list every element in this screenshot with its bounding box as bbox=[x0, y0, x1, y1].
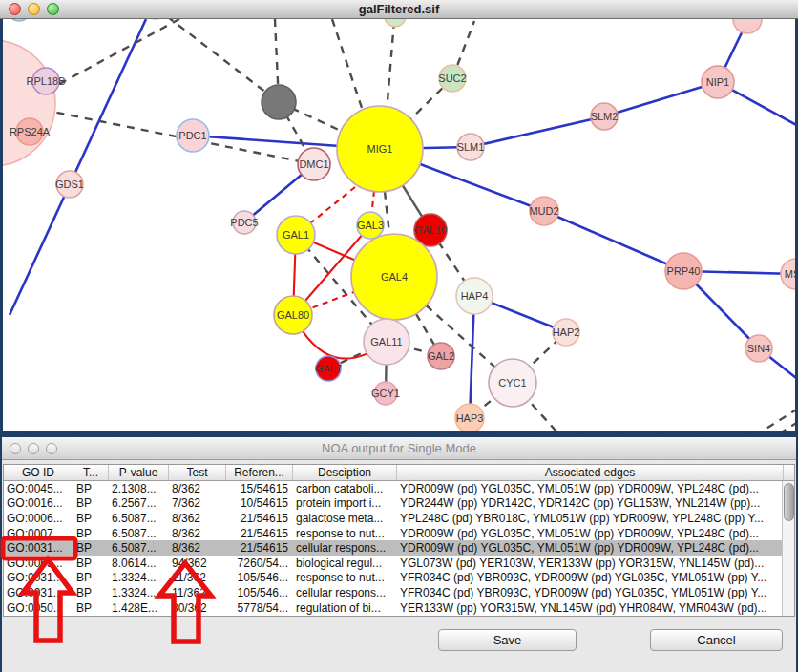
network-window-titlebar[interactable]: galFiltered.sif bbox=[0, 0, 798, 19]
table-cell: BP bbox=[74, 541, 109, 555]
table-cell: 80/362 bbox=[169, 601, 226, 615]
table-cell: 7/362 bbox=[169, 496, 226, 510]
table-cell: carbon cataboli... bbox=[293, 482, 397, 495]
table-row[interactable]: GO:0031...BP1.3324...11/362105/546...res… bbox=[4, 571, 794, 586]
table-cell: 10/54615 bbox=[226, 496, 293, 510]
cancel-button[interactable]: Cancel bbox=[650, 629, 783, 651]
table-cell: GO:0016... bbox=[4, 496, 74, 510]
table-cell: cellular respons... bbox=[293, 541, 397, 555]
node-label-DMC1: DMC1 bbox=[299, 158, 328, 170]
table-cell: 11/362 bbox=[169, 571, 226, 584]
table-cell: biological regul... bbox=[293, 556, 397, 570]
column-header-p-value[interactable]: P-value bbox=[109, 465, 169, 480]
table-cell: response to nut... bbox=[293, 571, 397, 584]
table-cell: 1.3324... bbox=[109, 571, 169, 584]
save-button[interactable]: Save bbox=[438, 629, 577, 651]
table-cell: GO:0031... bbox=[4, 571, 74, 584]
table-cell: 94/362 bbox=[169, 556, 226, 570]
table-row[interactable]: GO:0007...BP6.5087...8/36221/54615respon… bbox=[4, 526, 794, 541]
table-row[interactable]: GO:0006...BP6.5087...8/36221/54615galact… bbox=[4, 511, 794, 526]
column-header-desciption[interactable]: Desciption bbox=[293, 465, 397, 480]
node-label-GCY1: GCY1 bbox=[371, 388, 400, 399]
node-label-SLM2: SLM2 bbox=[591, 111, 619, 122]
table-cell: 21/54615 bbox=[226, 512, 293, 525]
scrollbar-thumb[interactable] bbox=[784, 483, 794, 521]
table-row[interactable]: GO:0065...BP8.0614...94/3627260/54...bio… bbox=[4, 556, 794, 571]
node-label-HAP4: HAP4 bbox=[461, 290, 489, 302]
node-label-PDC1: PDC1 bbox=[178, 130, 206, 141]
node-label-GAL10: GAL10 bbox=[414, 224, 447, 236]
node-label-HAP3: HAP3 bbox=[456, 412, 484, 424]
node-label-MUD2: MUD2 bbox=[529, 205, 558, 217]
vertical-scrollbar[interactable] bbox=[782, 481, 794, 616]
table-row[interactable]: GO:0016...BP6.2567...7/36210/54615protei… bbox=[4, 496, 794, 512]
table-cell: regulation of bi... bbox=[293, 601, 397, 615]
node-label-HAP2: HAP2 bbox=[553, 326, 580, 338]
table-cell: GO:0007... bbox=[4, 527, 74, 540]
table-cell: YPL248C (pd) YBR018C, YML051W (pp) YDR00… bbox=[397, 512, 784, 525]
zoom-button-inactive[interactable] bbox=[46, 443, 57, 454]
graph-node-unnamed-gray[interactable] bbox=[262, 85, 296, 119]
table-cell: BP bbox=[74, 496, 109, 510]
close-button-inactive[interactable] bbox=[10, 443, 21, 454]
minimize-button-inactive[interactable] bbox=[28, 443, 39, 454]
network-background[interactable] bbox=[3, 19, 795, 431]
table-row[interactable]: GO:0050...BP1.428E...80/3625778/54...reg… bbox=[4, 600, 794, 616]
node-label-GAL11: GAL11 bbox=[370, 336, 402, 347]
table-cell: 1.3324... bbox=[109, 586, 169, 599]
table-cell: BP bbox=[74, 586, 109, 599]
table-cell: 15/54615 bbox=[226, 482, 293, 495]
table-cell: 8/362 bbox=[169, 482, 226, 495]
table-cell: GO:0065... bbox=[4, 556, 74, 570]
table-cell: 7260/54... bbox=[226, 556, 293, 570]
table-cell: BP bbox=[74, 482, 109, 495]
node-label-SUC2: SUC2 bbox=[438, 73, 466, 84]
table-row-selected[interactable]: GO:0031...BP6.5087...8/36221/54615cellul… bbox=[4, 540, 794, 556]
table-cell: GO:0050... bbox=[4, 601, 74, 615]
table-cell: GO:0045... bbox=[4, 482, 74, 495]
column-header-test[interactable]: Test bbox=[169, 465, 226, 480]
table-cell: YGL073W (pd) YER103W, YER133W (pp) YOR31… bbox=[397, 556, 784, 570]
column-header-referen-[interactable]: Referen... bbox=[226, 465, 293, 480]
table-cell: 105/546... bbox=[226, 586, 293, 599]
node-label-RPL18B: RPL18B bbox=[27, 75, 66, 87]
node-label-PDC5: PDC5 bbox=[230, 217, 258, 228]
table-header-row: GO IDT...P-valueTestReferen...Desciption… bbox=[4, 465, 794, 481]
network-canvas[interactable]: RPL18BRPS24AGDS1PDC1MIG1DMC1SUC2SLM1SLM2… bbox=[0, 19, 798, 434]
table-cell: 21/54615 bbox=[226, 527, 293, 540]
table-cell: 8/362 bbox=[169, 527, 226, 540]
table-row[interactable]: GO:0045...BP2.1308...8/36215/54615carbon… bbox=[4, 481, 794, 496]
node-label-GAL2: GAL2 bbox=[428, 350, 454, 362]
column-header-go-id[interactable]: GO ID bbox=[4, 465, 74, 480]
table-cell: 1.428E... bbox=[109, 601, 169, 615]
node-label-RPS24A: RPS24A bbox=[10, 126, 51, 137]
table-cell: 2.1308... bbox=[109, 482, 169, 495]
table-cell: 8/362 bbox=[169, 512, 226, 525]
table-row[interactable]: GO:0031...BP1.3324...11/362105/546...cel… bbox=[4, 585, 794, 600]
table-cell: YFR034C (pd) YBR093C, YDR009W (pd) YGL03… bbox=[397, 571, 784, 584]
table-cell: GO:0031... bbox=[4, 586, 74, 599]
node-label-GDS1: GDS1 bbox=[55, 178, 84, 190]
table-cell: BP bbox=[74, 527, 109, 540]
table-cell: 8/362 bbox=[169, 541, 226, 555]
noa-window-titlebar[interactable]: NOA output for Single Mode bbox=[2, 437, 796, 460]
node-label-GAL3: GAL3 bbox=[357, 220, 384, 231]
table-cell: 105/546... bbox=[226, 571, 293, 584]
node-label-GAL1: GAL1 bbox=[283, 229, 309, 241]
column-header-associated-edges[interactable]: Associated edges bbox=[397, 465, 784, 480]
screenshot-root: { "window1": { "title": "galFiltered.sif… bbox=[0, 0, 798, 672]
table-cell: YDR244W (pp) YDR142C, YDR142C (pp) YGL15… bbox=[397, 496, 784, 510]
table-cell: YFR034C (pd) YBR093C, YDR009W (pd) YGL03… bbox=[397, 586, 784, 599]
node-label-GAL80: GAL80 bbox=[277, 309, 309, 321]
table-cell: BP bbox=[74, 512, 109, 525]
node-label-SLM1: SLM1 bbox=[457, 141, 485, 153]
node-label-CYC1: CYC1 bbox=[498, 377, 526, 388]
node-label-PRP40: PRP40 bbox=[667, 265, 701, 277]
node-label-NIP1: NIP1 bbox=[706, 76, 729, 88]
node-label-GAL7: GAL7 bbox=[315, 363, 342, 374]
column-header-t-[interactable]: T... bbox=[74, 465, 109, 480]
table-cell: BP bbox=[74, 571, 109, 584]
table-cell: 6.5087... bbox=[109, 512, 169, 525]
table-cell: 6.5087... bbox=[109, 541, 169, 555]
table-body: GO:0045...BP2.1308...8/36215/54615carbon… bbox=[4, 481, 794, 615]
